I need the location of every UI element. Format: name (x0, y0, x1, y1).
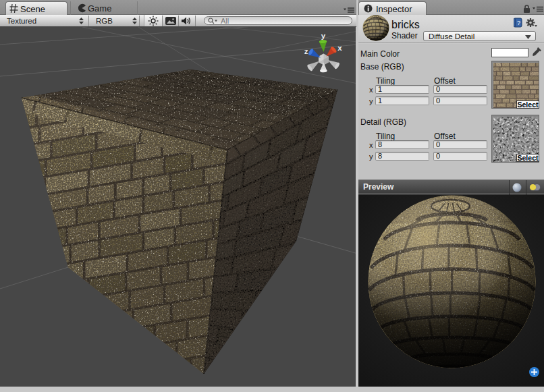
svg-text:z: z (304, 47, 308, 55)
svg-text:y: y (321, 32, 326, 40)
svg-text:?: ? (517, 20, 520, 26)
svg-text:x: x (337, 44, 342, 52)
